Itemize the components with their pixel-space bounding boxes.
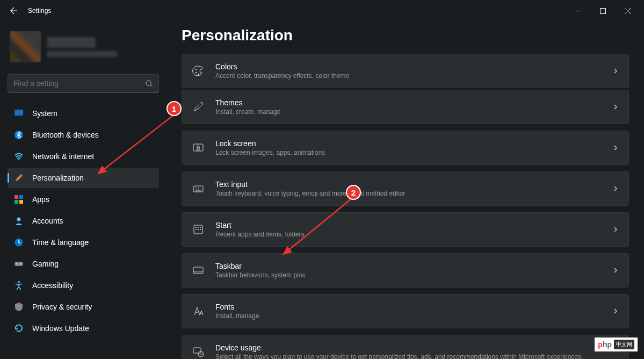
svg-rect-30 <box>193 348 201 353</box>
avatar <box>10 31 41 62</box>
nav-accessibility[interactable]: Accessibility <box>8 275 159 296</box>
window-controls <box>566 2 640 19</box>
minimize-icon <box>575 8 581 14</box>
spacer <box>182 167 629 170</box>
window-title: Settings <box>28 7 51 15</box>
arrow-left-icon <box>10 6 18 15</box>
display-icon <box>14 109 24 118</box>
chevron-right-icon <box>612 308 619 314</box>
minimize-button[interactable] <box>566 2 590 19</box>
nav-gaming[interactable]: Gaming <box>8 254 159 274</box>
keyboard-icon <box>192 182 205 195</box>
svg-rect-3 <box>15 110 23 115</box>
svg-rect-9 <box>19 200 23 204</box>
svg-point-27 <box>198 229 199 230</box>
lock-screen-icon <box>192 141 205 154</box>
chevron-right-icon <box>612 104 619 110</box>
nav-label: Accounts <box>32 217 63 225</box>
back-button[interactable] <box>4 1 24 20</box>
card-sub: Select all the ways you plan to use your… <box>215 353 619 359</box>
card-title: Taskbar <box>215 262 602 270</box>
accessibility-icon <box>14 281 24 290</box>
card-title: Lock screen <box>215 139 602 148</box>
nav-label: Personalization <box>32 174 84 182</box>
svg-rect-8 <box>15 200 18 204</box>
chevron-right-icon <box>612 145 619 151</box>
profile-name-redacted <box>47 37 96 48</box>
card-lock-screen[interactable]: Lock screenLock screen images, apps, ani… <box>182 131 629 165</box>
svg-point-23 <box>196 227 197 228</box>
card-start[interactable]: StartRecent apps and items, folders <box>182 212 629 247</box>
card-title: Text input <box>215 180 602 189</box>
chevron-right-icon <box>612 267 619 274</box>
profile-section[interactable] <box>8 26 159 68</box>
svg-rect-12 <box>15 262 23 266</box>
card-sub: Accent color, transparency effects, colo… <box>215 72 602 80</box>
card-colors[interactable]: ColorsAccent color, transparency effects… <box>182 54 629 88</box>
chevron-right-icon <box>612 185 619 192</box>
nav-label: System <box>32 109 57 118</box>
nav-accounts[interactable]: Accounts <box>8 211 159 231</box>
spacer <box>182 289 629 292</box>
nav-personalization[interactable]: Personalization <box>8 168 159 188</box>
main-content: Personalization ColorsAccent color, tran… <box>167 21 644 359</box>
nav-apps[interactable]: Apps <box>8 189 159 210</box>
search-box[interactable] <box>8 74 159 92</box>
svg-point-15 <box>18 281 20 283</box>
svg-rect-0 <box>600 8 605 13</box>
taskbar-icon <box>192 264 205 277</box>
card-sub: Taskbar behaviors, system pins <box>215 271 602 279</box>
card-title: Themes <box>215 98 602 107</box>
svg-point-25 <box>200 227 201 228</box>
nav-system[interactable]: System <box>8 103 159 124</box>
card-sub: Lock screen images, apps, animations <box>215 149 602 156</box>
svg-point-14 <box>20 263 21 264</box>
nav-label: Network & internet <box>32 152 94 161</box>
nav-network[interactable]: Network & internet <box>8 146 159 167</box>
svg-rect-29 <box>193 267 203 274</box>
svg-point-10 <box>17 218 21 221</box>
chevron-right-icon <box>612 68 619 74</box>
spacer <box>182 248 629 252</box>
maximize-button[interactable] <box>590 2 615 19</box>
spacer <box>182 330 629 333</box>
person-icon <box>14 216 24 226</box>
spacer <box>182 126 629 129</box>
profile-info <box>47 37 117 57</box>
spacer <box>182 207 629 211</box>
close-button[interactable] <box>615 2 640 19</box>
nav-privacy[interactable]: Privacy & security <box>8 297 159 317</box>
card-taskbar[interactable]: TaskbarTaskbar behaviors, system pins <box>182 253 629 288</box>
card-themes[interactable]: ThemesInstall, create, manage <box>182 90 629 124</box>
card-fonts[interactable]: FontsInstall, manage <box>182 294 629 328</box>
nav-bluetooth[interactable]: Bluetooth & devices <box>8 125 159 145</box>
svg-point-18 <box>198 74 199 75</box>
nav-label: Privacy & security <box>32 303 92 311</box>
card-title: Colors <box>215 62 602 71</box>
svg-point-1 <box>146 80 151 85</box>
fonts-icon <box>192 305 205 318</box>
search-input[interactable] <box>13 79 145 88</box>
svg-rect-20 <box>197 148 199 150</box>
nav-label: Apps <box>32 195 49 204</box>
card-text-input[interactable]: Text inputTouch keyboard, voice typing, … <box>182 171 629 206</box>
card-device-usage[interactable]: Device usageSelect all the ways you plan… <box>182 335 629 359</box>
card-title: Fonts <box>215 303 602 311</box>
nav-label: Bluetooth & devices <box>32 131 99 139</box>
svg-point-26 <box>196 229 197 230</box>
card-sub: Recent apps and items, folders <box>215 231 602 238</box>
device-usage-icon <box>192 346 205 358</box>
svg-rect-7 <box>19 195 23 199</box>
watermark: php 中文网 <box>595 338 638 351</box>
sidebar: System Bluetooth & devices Network & int… <box>0 21 167 359</box>
paintbrush-icon <box>14 173 24 183</box>
nav-label: Time & language <box>32 238 89 247</box>
nav-time-language[interactable]: Time & language <box>8 232 159 253</box>
titlebar: Settings <box>0 0 644 21</box>
nav-label: Windows Update <box>32 324 89 333</box>
card-sub: Install, create, manage <box>215 108 602 116</box>
apps-icon <box>14 195 24 204</box>
nav-windows-update[interactable]: Windows Update <box>8 318 159 339</box>
close-icon <box>625 8 631 14</box>
watermark-text: 中文网 <box>614 340 634 349</box>
